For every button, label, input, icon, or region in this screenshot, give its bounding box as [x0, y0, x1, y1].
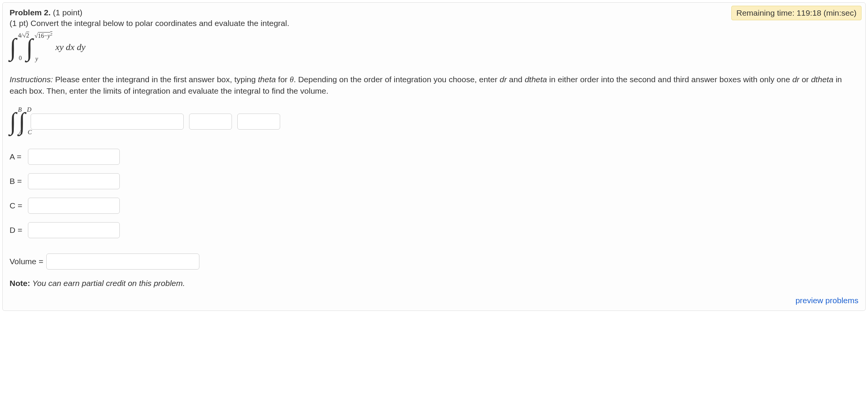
integral-icon: ∫ [26, 38, 33, 57]
note-bold: Note: [10, 279, 30, 288]
diff1-input[interactable] [189, 114, 232, 130]
limit-c-label: C = [10, 201, 28, 210]
timer-badge: Remaining time: 119:18 (min:sec) [731, 6, 861, 20]
limit-c-row: C = [10, 198, 858, 214]
volume-row: Volume = [10, 253, 858, 270]
preview-link-row: preview problems [10, 296, 858, 305]
note-rest: You can earn partial credit on this prob… [30, 279, 185, 288]
limit-d-input[interactable] [28, 222, 120, 238]
instructions-lead: Instructions: [10, 75, 53, 84]
integral-icon: ∫ [19, 112, 26, 131]
limit-d-row: D = [10, 222, 858, 238]
outer-integral: 4/√2 ∫ 0 [10, 31, 21, 64]
timer-value: 119:18 [797, 8, 821, 17]
integrand: xy dx dy [55, 42, 86, 52]
limit-d-label: D = [10, 226, 28, 235]
problem-number: Problem 2. [10, 8, 51, 17]
template-inner-upper: D [27, 106, 32, 113]
problem-prompt: (1 pt) Convert the integral below to pol… [10, 19, 858, 28]
inner-integral: √16−y2 ∫ y [26, 30, 44, 65]
template-inner-lower: C [28, 129, 32, 136]
limit-a-label: A = [10, 152, 28, 161]
inner-upper-limit: √16−y2 [34, 32, 52, 39]
volume-label: Volume = [10, 257, 43, 266]
template-outer-integral: B ∫ A [10, 105, 16, 138]
partial-credit-note: Note: You can earn partial credit on thi… [10, 279, 858, 288]
integral-icon: ∫ [10, 112, 16, 131]
limit-b-row: B = [10, 173, 858, 189]
outer-lower-limit: 0 [19, 55, 22, 62]
volume-input[interactable] [46, 253, 199, 270]
limit-c-input[interactable] [28, 198, 120, 214]
integral-icon: ∫ [10, 37, 16, 57]
timer-unit: (min:sec) [824, 8, 857, 17]
template-inner-integral: D ∫ C [19, 105, 26, 138]
problem-points: (1 point) [53, 8, 82, 17]
limit-b-input[interactable] [28, 173, 120, 189]
problem-container: Remaining time: 119:18 (min:sec) Problem… [2, 2, 866, 311]
inner-lower-limit: y [35, 55, 38, 62]
diff2-input[interactable] [237, 114, 280, 130]
integrand-input[interactable] [31, 114, 184, 130]
timer-label: Remaining time: [736, 8, 795, 17]
integral-answer-row: B ∫ A D ∫ C [10, 105, 858, 138]
integral-template: B ∫ A D ∫ C [10, 105, 25, 138]
limit-b-label: B = [10, 177, 28, 186]
integral-expression: 4/√2 ∫ 0 √16−y2 ∫ y xy dx dy [10, 30, 858, 65]
preview-problems-link[interactable]: preview problems [795, 296, 858, 305]
limit-a-row: A = [10, 149, 858, 165]
instructions: Instructions: Please enter the integrand… [10, 74, 858, 97]
limit-a-input[interactable] [28, 149, 120, 165]
